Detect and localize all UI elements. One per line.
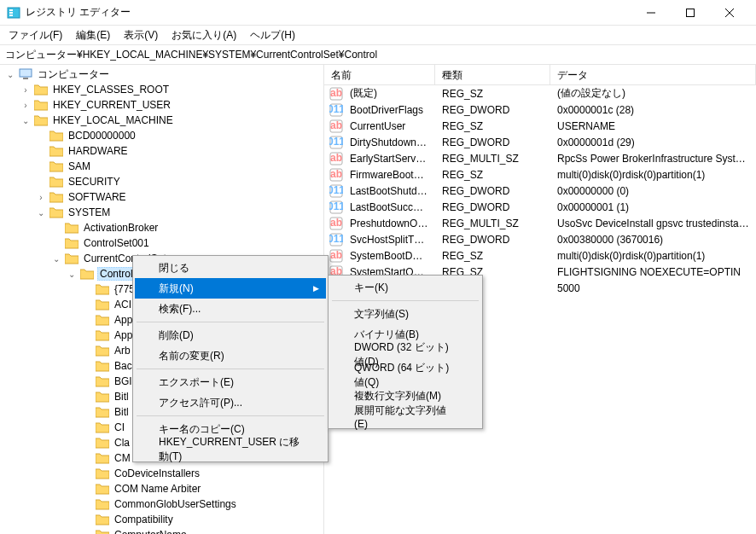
- tree-item[interactable]: COM Name Arbiter: [0, 481, 323, 496]
- value-icon: 011: [329, 136, 343, 149]
- folder-icon: [34, 84, 48, 96]
- collapse-icon[interactable]: ⌄: [67, 270, 77, 279]
- value-row[interactable]: ab(既定)REG_SZ(値の設定なし): [324, 85, 756, 102]
- tree-item[interactable]: CommonGlobUserSettings: [0, 496, 323, 512]
- menu-item[interactable]: エクスポート(E): [135, 372, 326, 392]
- menu-item[interactable]: QWORD (64 ビット) 値(Q): [330, 365, 480, 386]
- tree-item-label: ComputerName: [113, 529, 189, 534]
- menu-item-label: 名前の変更(R): [159, 349, 224, 363]
- column-type[interactable]: 種類: [435, 65, 550, 84]
- value-row[interactable]: abCurrentUserREG_SZUSERNAME: [324, 118, 756, 134]
- menu-item[interactable]: 新規(N)▶: [135, 278, 326, 299]
- value-row[interactable]: abFirmwareBootDevi...REG_SZmulti(0)disk(…: [324, 166, 756, 183]
- tree-item[interactable]: ⌄SYSTEM: [0, 205, 323, 220]
- tree-item[interactable]: ›HKEY_CURRENT_USER: [0, 97, 323, 113]
- svg-text:011: 011: [329, 184, 343, 196]
- tree-item[interactable]: ›HKEY_CLASSES_ROOT: [0, 82, 323, 97]
- value-row[interactable]: 011SvcHostSplitThres...REG_DWORD0x003800…: [324, 231, 756, 247]
- menu-favorites[interactable]: お気に入り(A): [166, 26, 241, 44]
- menu-item[interactable]: 削除(D): [135, 325, 326, 345]
- tree-item[interactable]: Compatibility: [0, 512, 323, 527]
- value-row[interactable]: 011DirtyShutdownCo...REG_DWORD0x0000001d…: [324, 134, 756, 150]
- folder-icon: [34, 99, 48, 111]
- value-data: 0x0000001c (28): [550, 104, 756, 116]
- value-type: REG_SZ: [435, 169, 550, 181]
- computer-icon: [19, 68, 32, 80]
- svg-text:ab: ab: [330, 217, 342, 229]
- tree-item[interactable]: HARDWARE: [0, 143, 323, 159]
- folder-icon: [49, 160, 63, 172]
- value-data: 0x00380000 (3670016): [550, 234, 756, 246]
- expand-icon[interactable]: ›: [36, 193, 46, 202]
- svg-text:011: 011: [329, 136, 343, 148]
- maximize-button[interactable]: [671, 0, 710, 26]
- svg-rect-9: [23, 78, 28, 79]
- tree-item[interactable]: ComputerName: [0, 527, 323, 534]
- value-row[interactable]: 011LastBootShutdownREG_DWORD0x00000000 (…: [324, 183, 756, 199]
- tree-item-label: SYSTEM: [67, 206, 112, 218]
- menu-item[interactable]: アクセス許可(P)...: [135, 392, 326, 413]
- close-button[interactable]: [710, 0, 749, 26]
- expand-icon[interactable]: ›: [20, 101, 31, 110]
- tree-item[interactable]: ⌄コンピューター: [0, 67, 323, 82]
- tree-item[interactable]: SAM: [0, 159, 323, 174]
- folder-icon: [49, 191, 63, 203]
- tree-item[interactable]: ControlSet001: [0, 235, 323, 251]
- menu-edit[interactable]: 編集(E): [71, 26, 115, 44]
- menu-item[interactable]: 閉じる: [135, 258, 326, 278]
- tree-item[interactable]: BCD00000000: [0, 128, 323, 143]
- menu-item[interactable]: 展開可能な文字列値(E): [330, 406, 480, 427]
- menu-item-label: キー名のコピー(C): [159, 422, 245, 437]
- context-menu[interactable]: 閉じる新規(N)▶検索(F)...削除(D)名前の変更(R)エクスポート(E)ア…: [132, 255, 329, 462]
- address-text: コンピューター¥HKEY_LOCAL_MACHINE¥SYSTEM¥Curren…: [5, 48, 377, 62]
- folder-icon: [96, 498, 109, 510]
- value-type: REG_DWORD: [435, 234, 550, 246]
- minimize-button[interactable]: [631, 0, 671, 26]
- tree-item[interactable]: SECURITY: [0, 174, 323, 189]
- column-data[interactable]: データ: [550, 65, 756, 84]
- value-row[interactable]: 011LastBootSucceededREG_DWORD0x00000001 …: [324, 199, 756, 215]
- value-type: REG_MULTI_SZ: [435, 218, 550, 229]
- menu-item[interactable]: キー(K): [330, 277, 480, 298]
- menu-item-label: HKEY_CURRENT_USER に移動(T): [159, 435, 302, 464]
- value-row[interactable]: 011BootDriverFlagsREG_DWORD0x0000001c (2…: [324, 102, 756, 118]
- svg-rect-5: [687, 9, 695, 16]
- expand-icon[interactable]: ›: [20, 85, 31, 95]
- address-bar[interactable]: コンピューター¥HKEY_LOCAL_MACHINE¥SYSTEM¥Curren…: [0, 44, 756, 65]
- menu-help[interactable]: ヘルプ(H): [245, 26, 300, 44]
- folder-icon: [96, 299, 109, 311]
- folder-icon: [96, 406, 109, 418]
- value-row[interactable]: abEarlyStartServicesREG_MULTI_SZRpcSs Po…: [324, 150, 756, 166]
- tree-item-label: App: [113, 329, 134, 341]
- collapse-icon[interactable]: ⌄: [5, 70, 15, 79]
- collapse-icon[interactable]: ⌄: [36, 208, 46, 218]
- menu-item[interactable]: 文字列値(S): [330, 304, 480, 324]
- menu-file[interactable]: ファイル(F): [3, 26, 67, 44]
- folder-icon: [96, 437, 109, 449]
- tree-item[interactable]: ›SOFTWARE: [0, 189, 323, 205]
- menu-item[interactable]: 名前の変更(R): [135, 345, 326, 366]
- collapse-icon[interactable]: ⌄: [51, 254, 61, 264]
- collapse-icon[interactable]: ⌄: [20, 116, 31, 125]
- menu-item[interactable]: 検索(F)...: [135, 299, 326, 319]
- value-type: REG_DWORD: [435, 201, 550, 213]
- folder-icon: [96, 452, 109, 464]
- value-data: multi(0)disk(0)rdisk(0)partition(1): [550, 250, 756, 262]
- column-name[interactable]: 名前: [324, 65, 435, 84]
- context-submenu[interactable]: キー(K)文字列値(S)バイナリ値(B)DWORD (32 ビット) 値(D)Q…: [328, 275, 483, 429]
- value-name: PreshutdownOrder: [343, 218, 435, 229]
- menu-item-label: 削除(D): [159, 328, 194, 343]
- menu-item-label: 複数行文字列値(M): [354, 389, 441, 403]
- menu-item-label: エクスポート(E): [159, 375, 234, 390]
- tree-item[interactable]: ActivationBroker: [0, 220, 323, 235]
- menu-item[interactable]: HKEY_CURRENT_USER に移動(T): [135, 439, 326, 460]
- folder-icon: [96, 467, 109, 479]
- svg-text:ab: ab: [330, 152, 342, 164]
- tree-item[interactable]: CoDeviceInstallers: [0, 466, 323, 481]
- tree-item-label: BCD00000000: [67, 130, 137, 142]
- value-row[interactable]: abSystemBootDeviceREG_SZmulti(0)disk(0)r…: [324, 247, 756, 264]
- tree-item[interactable]: ⌄HKEY_LOCAL_MACHINE: [0, 113, 323, 128]
- value-row[interactable]: abPreshutdownOrderREG_MULTI_SZUsoSvc Dev…: [324, 215, 756, 231]
- folder-icon: [96, 483, 109, 495]
- menu-view[interactable]: 表示(V): [119, 26, 163, 44]
